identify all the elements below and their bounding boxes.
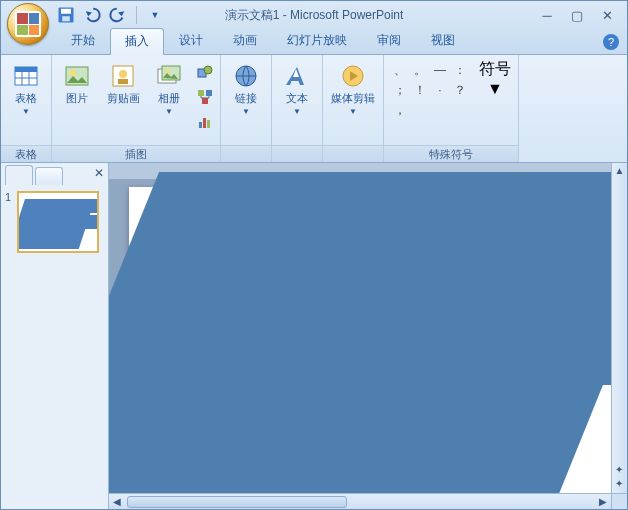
qat-separator [136, 6, 137, 24]
office-logo-icon [15, 11, 41, 37]
workspace: ✕ 1 ▲ ✦ ✦ ◀ [1, 163, 627, 509]
scroll-left-icon[interactable]: ◀ [109, 496, 125, 507]
text-label: 文本 [286, 92, 308, 105]
slide-editor[interactable]: ▲ ✦ ✦ ◀ ▶ [109, 163, 627, 509]
dropdown-icon: ▼ [487, 80, 503, 98]
slide-number: 1 [5, 191, 13, 253]
link-icon [232, 62, 260, 90]
album-icon [155, 62, 183, 90]
smartart-button[interactable] [194, 86, 216, 108]
undo-button[interactable] [82, 5, 102, 25]
link-label: 链接 [235, 92, 257, 105]
prev-slide-button[interactable]: ✦ [611, 463, 627, 477]
thumbnail-item[interactable]: 1 [5, 191, 104, 253]
qat-customize-button[interactable]: ▼ [145, 5, 165, 25]
symbol-picker[interactable]: 、。—： ；！·？ ， [388, 58, 472, 122]
album-label: 相册 [158, 92, 180, 105]
picture-label: 图片 [66, 92, 88, 105]
horizontal-scrollbar[interactable]: ◀ ▶ [109, 493, 611, 509]
group-label-media [323, 145, 383, 162]
tab-home[interactable]: 开始 [56, 27, 110, 54]
window-controls: ─ ▢ ✕ [533, 6, 627, 24]
close-button[interactable]: ✕ [593, 6, 621, 24]
group-symbols: 、。—： ；！·？ ， 符号 ▼ 特殊符号 [384, 55, 519, 162]
illus-small-column [194, 58, 216, 133]
svg-point-9 [70, 70, 76, 76]
tab-design[interactable]: 设计 [164, 27, 218, 54]
shape-grid[interactable] [457, 207, 627, 385]
svg-rect-2 [62, 16, 70, 21]
media-button[interactable]: 媒体剪辑 ▼ [327, 58, 379, 120]
dropdown-icon: ▼ [22, 107, 30, 116]
svg-rect-21 [199, 122, 202, 128]
slide-canvas[interactable] [129, 187, 627, 509]
undo-icon [82, 5, 102, 25]
media-icon [339, 62, 367, 90]
slide-panel: ✕ 1 [1, 163, 109, 509]
link-button[interactable]: 链接 ▼ [225, 58, 267, 120]
panel-tabs: ✕ [1, 163, 108, 185]
title-bar: ▼ 演示文稿1 - Microsoft PowerPoint ─ ▢ ✕ [1, 1, 627, 29]
svg-rect-19 [206, 90, 212, 96]
group-label-illus: 插图 [52, 145, 220, 162]
text-button[interactable]: 文本 ▼ [276, 58, 318, 120]
scroll-up-icon[interactable]: ▲ [612, 163, 627, 179]
tab-animation[interactable]: 动画 [218, 27, 272, 54]
picture-button[interactable]: 图片 [56, 58, 98, 109]
album-button[interactable]: 相册 ▼ [148, 58, 190, 120]
clipart-button[interactable]: 剪贴画 [102, 58, 144, 109]
svg-rect-1 [61, 9, 71, 14]
tab-slideshow[interactable]: 幻灯片放映 [272, 27, 362, 54]
smartart-icon [197, 89, 213, 105]
group-label-links [221, 145, 271, 162]
group-links: 链接 ▼ [221, 55, 272, 162]
svg-point-17 [204, 66, 212, 74]
redo-button[interactable] [108, 5, 128, 25]
chart-icon [197, 114, 213, 130]
help-button[interactable]: ? [603, 34, 619, 50]
dropdown-icon: ▼ [293, 107, 301, 116]
slide-nav-buttons: ✦ ✦ [611, 463, 627, 491]
symbol-label: 符号 [479, 59, 511, 80]
scroll-thumb[interactable] [127, 496, 347, 508]
svg-rect-4 [15, 67, 37, 72]
svg-rect-20 [202, 98, 208, 104]
clipart-icon [109, 62, 137, 90]
shapes-icon [197, 64, 213, 80]
tab-review[interactable]: 审阅 [362, 27, 416, 54]
maximize-button[interactable]: ▢ [563, 6, 591, 24]
group-label-text [272, 145, 322, 162]
panel-close-button[interactable]: ✕ [94, 166, 104, 180]
slide-thumbnail [17, 191, 99, 253]
scroll-right-icon[interactable]: ▶ [595, 496, 611, 507]
panel-tab-slides[interactable] [5, 165, 33, 185]
next-slide-button[interactable]: ✦ [611, 477, 627, 491]
redo-icon [108, 5, 128, 25]
office-button[interactable] [7, 3, 49, 45]
group-text: 文本 ▼ [272, 55, 323, 162]
table-button[interactable]: 表格 ▼ [5, 58, 47, 120]
save-button[interactable] [56, 5, 76, 25]
group-label-symbols: 特殊符号 [384, 145, 518, 162]
svg-rect-22 [203, 118, 206, 128]
tab-view[interactable]: 视图 [416, 27, 470, 54]
svg-rect-23 [207, 120, 210, 128]
svg-point-15 [166, 69, 170, 73]
minimize-button[interactable]: ─ [533, 6, 561, 24]
text-icon [283, 62, 311, 90]
dropdown-icon: ▼ [242, 107, 250, 116]
svg-point-11 [119, 70, 127, 78]
table-label: 表格 [15, 92, 37, 105]
tab-insert[interactable]: 插入 [110, 28, 164, 55]
shapes-button[interactable] [194, 61, 216, 83]
group-label-tables: 表格 [1, 145, 51, 162]
panel-tab-outline[interactable] [35, 167, 63, 185]
picture-icon [63, 62, 91, 90]
dropdown-icon: ▼ [349, 107, 357, 116]
chart-button[interactable] [194, 111, 216, 133]
vertical-scrollbar[interactable]: ▲ [611, 163, 627, 493]
group-illustrations: 图片 剪贴画 相册 ▼ 插图 [52, 55, 221, 162]
symbol-button[interactable]: 符号 ▼ [476, 58, 514, 99]
table-icon [12, 62, 40, 90]
thumbnail-list: 1 [1, 185, 108, 509]
